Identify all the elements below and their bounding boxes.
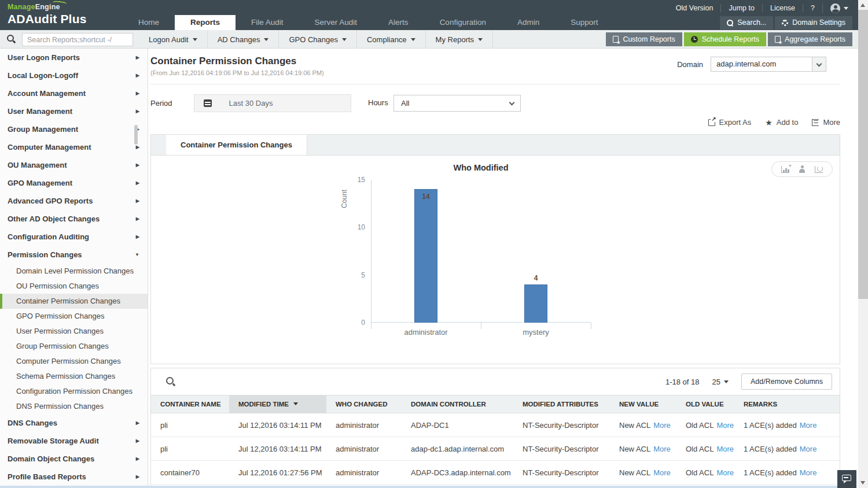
- menu-logon-audit[interactable]: Logon Audit: [139, 30, 208, 49]
- nav-tab-server-audit[interactable]: Server Audit: [299, 15, 373, 30]
- nav-tab-admin[interactable]: Admin: [502, 15, 555, 30]
- report-tabbar: Container Permission Changes: [151, 135, 840, 156]
- tab-container-permission-changes[interactable]: Container Permission Changes: [166, 135, 307, 155]
- quick-link-old-version[interactable]: Old Version: [668, 4, 721, 12]
- page-scrollbar[interactable]: [858, 0, 868, 488]
- nav-tab-home[interactable]: Home: [123, 15, 175, 30]
- custom-reports-button[interactable]: Custom Reports: [606, 32, 682, 46]
- sidebar-item-gpo-permission-changes[interactable]: GPO Permission Changes: [0, 309, 148, 324]
- column-header-modified-time[interactable]: MODIFIED TIME: [229, 395, 326, 413]
- more-link[interactable]: More: [800, 445, 817, 453]
- more-link[interactable]: More: [716, 421, 734, 430]
- more-link[interactable]: More: [716, 468, 734, 477]
- column-header-new-value[interactable]: NEW VALUE: [610, 395, 676, 413]
- cell-value: Old ACL: [686, 468, 713, 477]
- sidebar-item-advanced-gpo-reports[interactable]: Advanced GPO Reports▶: [0, 192, 148, 210]
- nav-tab-alerts[interactable]: Alerts: [373, 15, 424, 30]
- more-button[interactable]: More: [812, 118, 840, 127]
- help-icon[interactable]: ?: [803, 4, 822, 12]
- menu-my-reports[interactable]: My Reports: [426, 30, 493, 49]
- domain-settings-label: Domain Settings: [792, 19, 845, 27]
- nav-tab-configuration[interactable]: Configuration: [424, 15, 502, 30]
- sidebar-item-user-logon-reports[interactable]: User Logon Reports▶: [0, 49, 148, 66]
- sidebar-item-other-ad-object-changes[interactable]: Other AD Object Changes▶: [0, 210, 148, 228]
- chevron-right-icon: ▶: [136, 161, 139, 169]
- chevron-down-icon: [844, 7, 848, 10]
- hours-select[interactable]: All: [393, 95, 521, 112]
- sidebar-item-group-permission-changes[interactable]: Group Permission Changes: [0, 339, 148, 354]
- quick-link-license[interactable]: License: [762, 4, 803, 12]
- more-link[interactable]: More: [653, 445, 671, 453]
- table-search-icon[interactable]: [166, 377, 175, 386]
- scroll-down-icon[interactable]: [860, 481, 865, 485]
- sidebar-item-ou-management[interactable]: OU Management▶: [0, 156, 148, 174]
- sidebar-item-label: GPO Management: [8, 179, 72, 187]
- main-nav: HomeReportsFile AuditServer AuditAlertsC…: [123, 15, 614, 30]
- scroll-up-icon[interactable]: [860, 3, 865, 7]
- sidebar-item-user-management[interactable]: User Management▶: [0, 102, 148, 120]
- sidebar-item-computer-management[interactable]: Computer Management▶: [0, 138, 148, 156]
- sidebar-item-domain-object-changes[interactable]: Domain Object Changes▶: [0, 450, 148, 468]
- bar-administrator[interactable]: [414, 189, 437, 323]
- chart-type-icon[interactable]: +: [781, 166, 789, 173]
- column-header-old-value[interactable]: OLD VALUE: [676, 395, 734, 413]
- column-header-remarks[interactable]: REMARKS: [734, 395, 840, 413]
- sidebar-item-configuration-auditing[interactable]: Configuration Auditing▶: [0, 228, 148, 246]
- more-link[interactable]: More: [800, 421, 817, 430]
- add-remove-columns-button[interactable]: Add/Remove Columns: [741, 374, 832, 390]
- sidebar-item-ou-permission-changes[interactable]: OU Permission Changes: [0, 279, 148, 294]
- column-header-who-changed[interactable]: WHO CHANGED: [326, 395, 402, 413]
- sidebar-item-group-management[interactable]: Group Management▶: [0, 120, 148, 138]
- column-header-container-name[interactable]: CONTAINER NAME: [151, 395, 229, 413]
- sidebar-item-computer-permission-changes[interactable]: Computer Permission Changes: [0, 354, 148, 369]
- page-size-select[interactable]: 25: [712, 378, 728, 386]
- sidebar-item-gpo-management[interactable]: GPO Management▶: [0, 174, 148, 192]
- bar-mystery[interactable]: [524, 284, 547, 323]
- sidebar-item-user-permission-changes[interactable]: User Permission Changes: [0, 324, 148, 339]
- more-link[interactable]: More: [716, 445, 734, 453]
- sidebar-item-removable-storage-audit[interactable]: Removable Storage Audit▶: [0, 432, 148, 450]
- search-button[interactable]: Search...: [720, 16, 773, 29]
- feedback-button[interactable]: [837, 470, 856, 488]
- horizontal-scrollbar[interactable]: [0, 486, 845, 488]
- schedule-reports-button[interactable]: Schedule Reports: [684, 32, 766, 46]
- sidebar-item-label: User Logon Reports: [8, 53, 80, 62]
- scrollbar-thumb[interactable]: [858, 10, 868, 299]
- user-menu[interactable]: [822, 3, 848, 13]
- sidebar-item-profile-based-reports[interactable]: Profile Based Reports▶: [0, 468, 148, 486]
- menu-compliance[interactable]: Compliance: [357, 30, 426, 49]
- add-to-button[interactable]: ★Add to: [765, 118, 798, 127]
- more-link[interactable]: More: [653, 421, 671, 430]
- domain-select[interactable]: adap.internal.com: [711, 57, 826, 72]
- x-axis-category-label: administrator: [382, 328, 469, 337]
- nav-tab-support[interactable]: Support: [555, 15, 613, 30]
- sidebar-item-container-permission-changes[interactable]: Container Permission Changes: [0, 294, 148, 309]
- sidebar-scrollbar[interactable]: [134, 125, 138, 145]
- sidebar-item-domain-level-permission-changes[interactable]: Domain Level Permission Changes: [0, 264, 148, 279]
- sidebar-item-configuration-permission-changes[interactable]: Configuration Permission Changes: [0, 384, 148, 399]
- more-link[interactable]: More: [653, 468, 671, 477]
- period-select[interactable]: Last 30 Days: [194, 94, 351, 112]
- menu-ad-changes[interactable]: AD Changes: [208, 30, 279, 49]
- quick-link-jump-to[interactable]: Jump to: [720, 4, 762, 12]
- export-as-button[interactable]: Export As: [708, 118, 752, 127]
- nav-tab-file-audit[interactable]: File Audit: [236, 15, 299, 30]
- domain-select-button[interactable]: [812, 57, 826, 71]
- user-filter-icon[interactable]: [798, 165, 806, 173]
- more-link[interactable]: More: [800, 468, 817, 477]
- chart-refresh-icon[interactable]: [815, 166, 823, 173]
- sidebar-item-dns-changes[interactable]: DNS Changes▶: [0, 414, 148, 432]
- domain-settings-button[interactable]: Domain Settings: [775, 16, 852, 29]
- sidebar-item-account-management[interactable]: Account Management▶: [0, 84, 148, 102]
- column-header-modified-attributes[interactable]: MODIFIED ATTRIBUTES: [513, 395, 610, 413]
- sidebar-item-permission-changes[interactable]: Permission Changes▼: [0, 246, 148, 264]
- column-header-domain-controller[interactable]: DOMAIN CONTROLLER: [402, 395, 513, 413]
- sidebar-item-local-logon-logoff[interactable]: Local Logon-Logoff▶: [0, 66, 148, 84]
- sidebar-item-schema-permission-changes[interactable]: Schema Permission Changes: [0, 369, 148, 384]
- menu-gpo-changes[interactable]: GPO Changes: [279, 30, 357, 49]
- aggregate-reports-button[interactable]: Aggregate Reports: [768, 32, 852, 46]
- report-search-input[interactable]: [22, 33, 133, 46]
- sidebar-item-dns-permission-changes[interactable]: DNS Permission Changes: [0, 399, 148, 414]
- cell-remarks: 1 ACE(s) addedMore: [734, 461, 840, 485]
- nav-tab-reports[interactable]: Reports: [175, 15, 236, 30]
